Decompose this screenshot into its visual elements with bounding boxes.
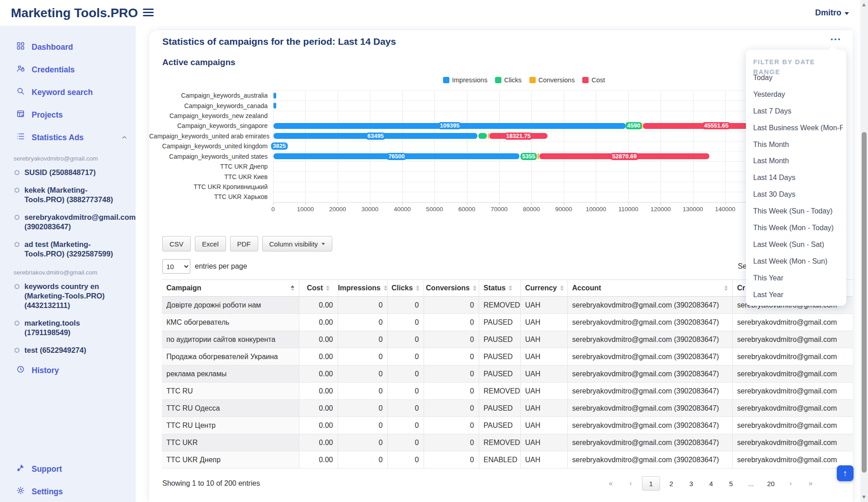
cell-currency: UAH bbox=[520, 451, 567, 469]
sidebar-item-keyword-search[interactable]: Keyword search bbox=[0, 81, 136, 104]
pagination-nav-button[interactable]: « bbox=[602, 477, 619, 490]
app-logo[interactable]: Marketing Tools.PRO bbox=[11, 6, 138, 20]
user-menu[interactable]: Dmitro bbox=[815, 8, 849, 18]
user-name: Dmitro bbox=[815, 8, 841, 18]
legend-item-impressions[interactable]: Impressions bbox=[443, 76, 487, 84]
sidebar-item-support[interactable]: Support bbox=[0, 458, 136, 480]
cell-status: PAUSED bbox=[479, 365, 520, 383]
column-header-content: Status bbox=[484, 284, 516, 292]
pagination-page-5[interactable]: 5 bbox=[722, 477, 740, 490]
table-row: реклама рекламы0.00000PAUSEDUAHserebryak… bbox=[162, 365, 853, 383]
filter-option-today[interactable]: Today bbox=[753, 70, 843, 86]
hamburger-menu-icon[interactable] bbox=[143, 9, 154, 18]
bar-segment-conversions[interactable] bbox=[488, 133, 489, 139]
cell-cost: 0.00 bbox=[299, 297, 338, 314]
sidebar-account-item[interactable]: SUSID (2508848717) bbox=[0, 164, 136, 181]
pagination-page-3[interactable]: 3 bbox=[683, 477, 700, 490]
filter-option-last-year[interactable]: Last Year bbox=[753, 287, 843, 303]
sidebar-item-dashboard[interactable]: Dashboard bbox=[0, 36, 136, 58]
column-header-campaign[interactable]: Campaign bbox=[162, 280, 299, 297]
filter-option-this-week-sun-today[interactable]: This Week (Sun - Today) bbox=[753, 203, 843, 220]
bar-value-label: 3825 bbox=[271, 142, 288, 150]
x-axis-tick-label: 130000 bbox=[683, 206, 703, 213]
pagination-page-20[interactable]: 20 bbox=[762, 477, 779, 490]
bullet-circle-icon bbox=[14, 284, 19, 289]
bar-segment-conversions[interactable] bbox=[538, 153, 539, 159]
sidebar-account-item[interactable]: ad test (Marketing-Tools.PRO) (329258759… bbox=[0, 236, 136, 263]
scrollbar-thumb[interactable] bbox=[862, 132, 867, 473]
sidebar-item-projects[interactable]: Projects bbox=[0, 104, 136, 126]
sidebar-account-item[interactable]: kekek (Marketing-Tools.PRO) (3882773748) bbox=[0, 181, 136, 208]
bar-segment-conversions[interactable] bbox=[642, 123, 643, 129]
sidebar-item-statistics-ads[interactable]: Statistics Ads bbox=[0, 126, 136, 149]
bar-segment-impressions[interactable] bbox=[274, 93, 276, 99]
user-lock-icon bbox=[16, 64, 25, 75]
cell-clicks: 0 bbox=[387, 331, 424, 348]
column-header-currency[interactable]: Currency bbox=[520, 280, 567, 297]
bar-segment-clicks[interactable] bbox=[478, 133, 487, 139]
pagination-nav-button[interactable]: » bbox=[802, 477, 819, 490]
filter-option-last-30-days[interactable]: Last 30 Days bbox=[753, 186, 843, 203]
filter-option-yesterday[interactable]: Yesterday bbox=[753, 86, 843, 103]
page-scrollbar[interactable] bbox=[860, 0, 868, 502]
x-axis-tick-label: 10000 bbox=[297, 206, 314, 213]
column-header-label: Conversions bbox=[426, 284, 470, 292]
sidebar-item-history[interactable]: History bbox=[0, 359, 136, 382]
entries-per-page-select[interactable]: 10 bbox=[162, 259, 190, 274]
pagination-nav-button[interactable]: › bbox=[782, 477, 799, 490]
filter-option-this-month[interactable]: This Month bbox=[753, 137, 843, 153]
scroll-to-top-button[interactable]: ↑ bbox=[837, 465, 854, 481]
sidebar-account-item[interactable]: serebryakovdmitro@gmail.com (3902083647) bbox=[0, 208, 136, 236]
chart-gridline bbox=[467, 90, 467, 202]
legend-item-conversions[interactable]: Conversions bbox=[529, 76, 575, 84]
column-header-cost[interactable]: Cost bbox=[299, 280, 338, 297]
bar-segment-impressions[interactable] bbox=[274, 103, 276, 109]
cell-account: serebryakovdmitro@gmail.com (3902083647) bbox=[567, 331, 732, 348]
cell-impressions: 0 bbox=[338, 297, 387, 314]
x-axis-tick-label: 0 bbox=[271, 206, 275, 213]
sidebar-account-item[interactable]: keywords country en (Marketing-Tools.PRO… bbox=[0, 278, 136, 314]
filter-option-last-week-mon-sun[interactable]: Last Week (Mon - Sun) bbox=[753, 253, 843, 270]
cell-cost: 0.00 bbox=[299, 451, 338, 469]
filter-option-last-week-sun-sat[interactable]: Last Week (Sun - Sat) bbox=[753, 237, 843, 253]
export-excel-button[interactable]: Excel bbox=[195, 236, 226, 251]
sidebar-account-item[interactable]: marketing.tools (1791198549) bbox=[0, 314, 136, 341]
legend-item-clicks[interactable]: Clicks bbox=[495, 76, 522, 84]
cell-impressions: 0 bbox=[338, 417, 387, 434]
account-group-email: serebryakovdmitro@gmail.com bbox=[0, 149, 136, 164]
filter-option-last-14-days[interactable]: Last 14 Days bbox=[753, 170, 843, 186]
sort-desc-icon bbox=[473, 289, 476, 291]
sidebar-item-credentials[interactable]: Credentials bbox=[0, 58, 136, 81]
cell-campaign: TTC UKR Днепр bbox=[162, 451, 299, 469]
sidebar-account-item[interactable]: test (6522949274) bbox=[0, 341, 136, 359]
column-header-status[interactable]: Status bbox=[479, 280, 520, 297]
scrollbar-up-arrow-icon[interactable] bbox=[862, 3, 866, 6]
chart-gridline bbox=[370, 90, 370, 202]
scrollbar-down-arrow-icon[interactable] bbox=[862, 496, 866, 499]
pagination-page-4[interactable]: 4 bbox=[703, 477, 720, 490]
column-header-account[interactable]: Account bbox=[567, 280, 732, 297]
cell-currency: UAH bbox=[520, 331, 567, 348]
filter-option-last-month[interactable]: Last Month bbox=[753, 153, 843, 170]
pagination-nav-button[interactable]: ‹ bbox=[622, 477, 639, 490]
filter-option-this-week-mon-today[interactable]: This Week (Mon - Today) bbox=[753, 220, 843, 237]
export-pdf-button[interactable]: PDF bbox=[230, 236, 258, 251]
filter-option-this-year[interactable]: This Year bbox=[753, 270, 843, 287]
column-header-impressions[interactable]: Impressions bbox=[338, 280, 387, 297]
column-header-conversions[interactable]: Conversions bbox=[424, 280, 479, 297]
cell-clicks: 0 bbox=[387, 383, 424, 400]
pagination-page-1[interactable]: 1 bbox=[642, 476, 660, 491]
legend-item-cost[interactable]: Cost bbox=[582, 76, 605, 84]
filter-option-last-business-week-mon-fri[interactable]: Last Business Week (Mon-Fri) bbox=[753, 120, 843, 137]
account-label: marketing.tools (1791198549) bbox=[24, 318, 125, 337]
bullet-circle-icon bbox=[14, 215, 19, 220]
pagination-page-2[interactable]: 2 bbox=[663, 477, 680, 490]
export-csv-button[interactable]: CSV bbox=[162, 236, 191, 251]
sidebar-item-settings[interactable]: Settings bbox=[0, 480, 136, 502]
filter-option-last-7-days[interactable]: Last 7 Days bbox=[753, 103, 843, 120]
column-header-clicks[interactable]: Clicks bbox=[387, 280, 424, 297]
gear-icon bbox=[16, 486, 25, 497]
column-visibility-button[interactable]: Column visibility bbox=[262, 236, 333, 251]
pagination: «‹12345...20›» bbox=[602, 476, 819, 491]
cell-credential: serebryakovdmitro@gmail.com bbox=[732, 348, 853, 365]
